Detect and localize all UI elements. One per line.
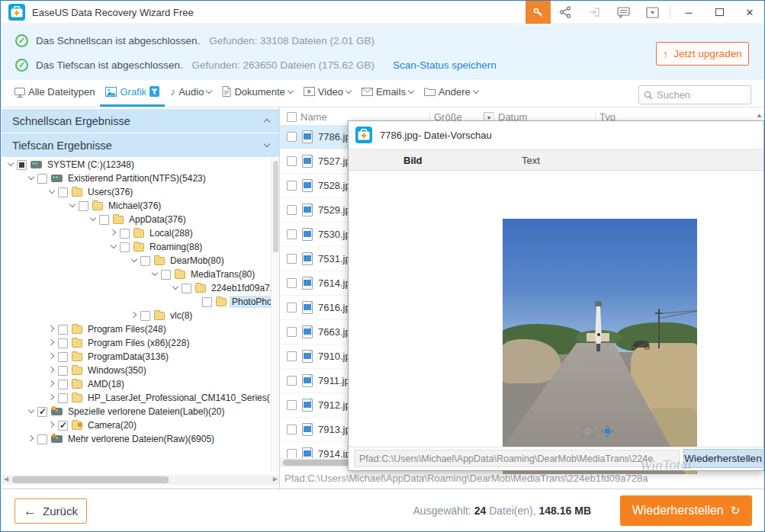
tree-checkbox[interactable]	[58, 187, 68, 197]
tree-checkbox[interactable]	[140, 256, 150, 266]
scroll-left-arrow-icon[interactable]: ◀	[4, 476, 8, 482]
tree-item-photophon[interactable]: PhotoPhon	[2, 295, 272, 309]
tree-item-roaming-88[interactable]: Roaming(88)	[2, 240, 272, 254]
expander-open-icon[interactable]	[47, 187, 58, 197]
scrollbar-thumb[interactable]	[273, 161, 278, 252]
file-checkbox[interactable]	[287, 181, 297, 191]
tree-item-amd-18[interactable]: AMD(18)	[2, 377, 272, 391]
section-deep-scan-results[interactable]: Tiefscan Ergebnisse	[2, 133, 280, 157]
file-checkbox[interactable]	[287, 351, 297, 361]
tree-checkbox[interactable]	[202, 297, 212, 307]
tree-item-mediatrans-80[interactable]: MediaTrans(80)	[2, 268, 272, 281]
tree-item-system-c-12348[interactable]: SYSTEM (C:)(12348)	[2, 158, 272, 171]
tree-checkbox[interactable]	[161, 270, 171, 280]
expander-open-icon[interactable]	[109, 242, 120, 252]
expander-closed-icon[interactable]	[130, 310, 140, 321]
expander-open-icon[interactable]	[27, 173, 37, 184]
file-checkbox[interactable]	[287, 278, 297, 288]
tree-item-users-376[interactable]: Users(376)	[2, 185, 272, 199]
tab-video[interactable]: Video	[298, 79, 356, 107]
file-checkbox[interactable]	[287, 449, 297, 458]
tree-checkbox[interactable]	[58, 380, 68, 389]
menu-dropdown-icon[interactable]	[638, 1, 667, 24]
tab-grafik[interactable]: Grafik	[100, 79, 165, 107]
tree-item-camera-20[interactable]: Camera(20)	[2, 418, 272, 432]
fit-to-window-icon[interactable]	[582, 426, 593, 441]
tab-andere[interactable]: Andere	[419, 79, 484, 107]
tree-checkbox[interactable]	[58, 393, 68, 403]
search-input[interactable]	[657, 89, 741, 101]
tree-item-program-files-x86-228[interactable]: Program Files (x86)(228)	[2, 336, 272, 350]
preview-restore-button[interactable]: Wiederherstellen	[683, 449, 763, 468]
sidebar-horizontal-scrollbar[interactable]: ◀ ▶	[2, 475, 280, 485]
tree-item-hp-laserjet-professional-cm1410-series-1067[interactable]: HP_LaserJet_Professional_CM1410_Series(1…	[2, 391, 272, 405]
sidebar-vertical-scrollbar[interactable]	[271, 158, 279, 472]
tree-item-224eb1fd09a728a[interactable]: 224eb1fd09a728a	[2, 281, 272, 295]
tree-checkbox[interactable]	[17, 160, 27, 170]
recover-button[interactable]: Wiederherstellen ↻	[620, 495, 752, 526]
tree-checkbox[interactable]	[140, 311, 150, 321]
scroll-right-arrow-icon[interactable]: ▶	[273, 476, 278, 482]
select-all-checkbox[interactable]	[287, 112, 297, 122]
tree-checkbox[interactable]	[37, 174, 47, 184]
file-checkbox[interactable]	[287, 400, 297, 410]
expander-open-icon[interactable]	[130, 255, 140, 266]
expander-closed-icon[interactable]	[47, 365, 58, 376]
tree-item-spezielle-verlorene-dateien-label-20[interactable]: Spezielle verlorene Dateien(Label)(20)	[2, 405, 272, 418]
tree-item-program-files-248[interactable]: Program Files(248)	[2, 322, 272, 336]
tree-item-dearmob-80[interactable]: DearMob(80)	[2, 254, 272, 268]
section-quick-scan-results[interactable]: Schnellscan Ergebnisse	[2, 109, 280, 133]
search-box[interactable]	[638, 85, 751, 104]
tree-checkbox[interactable]	[58, 338, 68, 348]
expander-open-icon[interactable]	[88, 214, 99, 225]
file-checkbox[interactable]	[287, 205, 297, 215]
tree-checkbox[interactable]	[58, 325, 68, 335]
expander-open-icon[interactable]	[171, 283, 182, 293]
expander-closed-icon[interactable]	[47, 393, 58, 403]
minimize-button[interactable]: ─	[673, 1, 704, 24]
maximize-button[interactable]	[704, 1, 734, 24]
tab-text[interactable]: Text	[522, 149, 540, 171]
expander-open-icon[interactable]	[68, 200, 79, 211]
file-checkbox[interactable]	[287, 303, 297, 312]
tree-checkbox[interactable]	[182, 284, 191, 293]
expander-closed-icon[interactable]	[109, 228, 120, 239]
actual-size-icon[interactable]	[601, 425, 614, 441]
tree-item-appdata-376[interactable]: AppData(376)	[2, 213, 272, 226]
tab-audio[interactable]: ♪Audio	[165, 79, 217, 107]
file-checkbox[interactable]	[287, 156, 297, 166]
file-checkbox[interactable]	[287, 425, 297, 434]
tree-checkbox[interactable]	[58, 352, 68, 362]
file-checkbox[interactable]	[287, 132, 297, 142]
scrollbar-thumb[interactable]	[12, 476, 169, 483]
share-icon[interactable]	[551, 1, 580, 24]
tree-checkbox[interactable]	[37, 407, 47, 417]
tree-checkbox[interactable]	[58, 421, 68, 431]
file-checkbox[interactable]	[287, 327, 297, 337]
license-key-button[interactable]	[526, 1, 551, 24]
tab-emails[interactable]: Emails	[356, 79, 419, 107]
expander-closed-icon[interactable]	[27, 434, 37, 444]
tree-item-vlc-8[interactable]: vlc(8)	[2, 309, 272, 322]
column-header-name[interactable]: Name	[301, 111, 327, 123]
expander-closed-icon[interactable]	[47, 420, 58, 431]
tree-item-local-288[interactable]: Local(288)	[2, 226, 272, 240]
import-icon[interactable]	[580, 1, 609, 24]
close-button[interactable]: ✕	[734, 1, 765, 24]
tab-dokumente[interactable]: Dokumente	[217, 79, 297, 107]
tree-checkbox[interactable]	[120, 242, 130, 252]
tab-alle-dateitypen[interactable]: Alle Dateitypen	[9, 79, 100, 107]
tree-checkbox[interactable]	[58, 366, 68, 376]
tree-item-programdata-3136[interactable]: ProgramData(3136)	[2, 350, 272, 364]
expander-open-icon[interactable]	[150, 269, 161, 280]
back-button[interactable]: ← Zurück	[14, 498, 87, 524]
expander-closed-icon[interactable]	[47, 379, 58, 389]
tab-bild[interactable]: Bild	[403, 149, 423, 171]
tree-checkbox[interactable]	[120, 229, 130, 239]
file-checkbox[interactable]	[287, 376, 297, 386]
tree-item-mehr-verlorene-dateien-raw-6905[interactable]: Mehr verlorene Dateien(Raw)(6905)	[2, 432, 272, 446]
expander-closed-icon[interactable]	[47, 324, 58, 335]
tree-checkbox[interactable]	[79, 201, 88, 211]
tree-item-michael-376[interactable]: Michael(376)	[2, 199, 272, 213]
scroll-up-arrow-icon[interactable]: ▲	[756, 111, 763, 119]
